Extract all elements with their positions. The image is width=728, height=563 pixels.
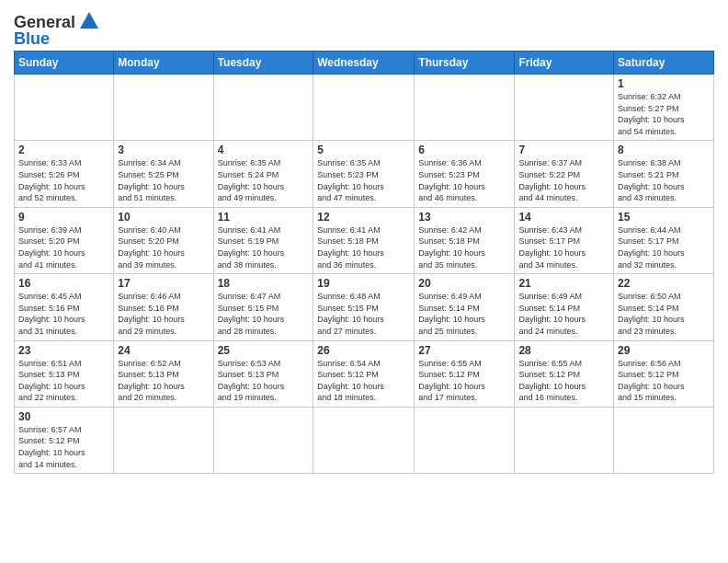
weekday-header-friday: Friday <box>515 52 614 75</box>
day-number: 19 <box>317 277 410 290</box>
day-number: 5 <box>317 144 410 156</box>
weekday-header-tuesday: Tuesday <box>213 52 313 75</box>
calendar-cell <box>415 75 515 141</box>
day-number: 27 <box>418 344 510 357</box>
calendar-cell: 18Sunrise: 6:47 AM Sunset: 5:15 PM Dayli… <box>213 274 313 340</box>
calendar-cell <box>213 407 313 473</box>
weekday-header-wednesday: Wednesday <box>313 52 415 75</box>
day-info: Sunrise: 6:44 AM Sunset: 5:17 PM Dayligh… <box>618 224 710 270</box>
calendar-cell: 11Sunrise: 6:41 AM Sunset: 5:19 PM Dayli… <box>213 207 313 273</box>
calendar-cell: 15Sunrise: 6:44 AM Sunset: 5:17 PM Dayli… <box>614 207 714 273</box>
calendar-cell: 21Sunrise: 6:49 AM Sunset: 5:14 PM Dayli… <box>515 274 614 340</box>
day-number: 20 <box>418 277 510 290</box>
day-info: Sunrise: 6:35 AM Sunset: 5:24 PM Dayligh… <box>218 157 310 203</box>
logo-triangle-icon <box>80 12 98 29</box>
calendar-cell <box>515 75 614 141</box>
day-number: 30 <box>18 410 109 423</box>
day-number: 12 <box>317 211 410 224</box>
logo-general-text: General <box>14 14 75 30</box>
day-info: Sunrise: 6:40 AM Sunset: 5:20 PM Dayligh… <box>118 224 209 270</box>
day-number: 26 <box>317 344 410 357</box>
day-number: 4 <box>218 144 310 156</box>
calendar-cell <box>515 407 614 473</box>
day-info: Sunrise: 6:47 AM Sunset: 5:15 PM Dayligh… <box>218 291 310 337</box>
day-number: 24 <box>118 344 209 357</box>
day-number: 2 <box>18 144 109 156</box>
day-info: Sunrise: 6:54 AM Sunset: 5:12 PM Dayligh… <box>317 358 410 404</box>
weekday-header-monday: Monday <box>114 52 213 75</box>
calendar-cell: 14Sunrise: 6:43 AM Sunset: 5:17 PM Dayli… <box>515 207 614 273</box>
calendar-cell: 27Sunrise: 6:55 AM Sunset: 5:12 PM Dayli… <box>415 340 515 407</box>
day-number: 21 <box>518 277 609 290</box>
week-row-3: 9Sunrise: 6:39 AM Sunset: 5:20 PM Daylig… <box>15 207 714 273</box>
calendar-cell: 23Sunrise: 6:51 AM Sunset: 5:13 PM Dayli… <box>15 340 114 407</box>
calendar-cell: 20Sunrise: 6:49 AM Sunset: 5:14 PM Dayli… <box>415 274 515 340</box>
day-info: Sunrise: 6:33 AM Sunset: 5:26 PM Dayligh… <box>18 157 109 203</box>
day-number: 28 <box>518 344 609 357</box>
calendar-cell <box>114 407 213 473</box>
calendar-cell: 7Sunrise: 6:37 AM Sunset: 5:22 PM Daylig… <box>515 141 614 207</box>
day-number: 3 <box>118 144 209 156</box>
day-info: Sunrise: 6:51 AM Sunset: 5:13 PM Dayligh… <box>18 358 109 404</box>
calendar-cell <box>415 407 515 473</box>
day-info: Sunrise: 6:41 AM Sunset: 5:18 PM Dayligh… <box>317 224 410 270</box>
day-info: Sunrise: 6:38 AM Sunset: 5:21 PM Dayligh… <box>618 157 710 203</box>
calendar-cell: 3Sunrise: 6:34 AM Sunset: 5:25 PM Daylig… <box>114 141 213 207</box>
day-info: Sunrise: 6:56 AM Sunset: 5:12 PM Dayligh… <box>618 358 710 404</box>
calendar-cell: 22Sunrise: 6:50 AM Sunset: 5:14 PM Dayli… <box>614 274 714 340</box>
calendar-cell: 29Sunrise: 6:56 AM Sunset: 5:12 PM Dayli… <box>614 340 714 407</box>
week-row-6: 30Sunrise: 6:57 AM Sunset: 5:12 PM Dayli… <box>15 407 714 473</box>
calendar-cell <box>614 407 714 473</box>
day-info: Sunrise: 6:37 AM Sunset: 5:22 PM Dayligh… <box>518 157 609 203</box>
week-row-5: 23Sunrise: 6:51 AM Sunset: 5:13 PM Dayli… <box>15 340 714 407</box>
day-number: 25 <box>218 344 310 357</box>
day-info: Sunrise: 6:45 AM Sunset: 5:16 PM Dayligh… <box>18 291 109 337</box>
calendar-cell <box>15 75 114 141</box>
logo-blue-text: Blue <box>14 30 50 47</box>
calendar-cell: 25Sunrise: 6:53 AM Sunset: 5:13 PM Dayli… <box>213 340 313 407</box>
day-number: 11 <box>218 211 310 224</box>
day-number: 7 <box>518 144 609 156</box>
weekday-header-row: SundayMondayTuesdayWednesdayThursdayFrid… <box>15 52 714 75</box>
calendar-cell: 12Sunrise: 6:41 AM Sunset: 5:18 PM Dayli… <box>313 207 415 273</box>
day-info: Sunrise: 6:43 AM Sunset: 5:17 PM Dayligh… <box>518 224 609 270</box>
day-info: Sunrise: 6:52 AM Sunset: 5:13 PM Dayligh… <box>118 358 209 404</box>
calendar-cell: 26Sunrise: 6:54 AM Sunset: 5:12 PM Dayli… <box>313 340 415 407</box>
calendar-cell: 2Sunrise: 6:33 AM Sunset: 5:26 PM Daylig… <box>15 141 114 207</box>
day-info: Sunrise: 6:41 AM Sunset: 5:19 PM Dayligh… <box>218 224 310 270</box>
day-info: Sunrise: 6:32 AM Sunset: 5:27 PM Dayligh… <box>618 91 710 137</box>
day-info: Sunrise: 6:46 AM Sunset: 5:16 PM Dayligh… <box>118 291 209 337</box>
calendar-cell: 1Sunrise: 6:32 AM Sunset: 5:27 PM Daylig… <box>614 75 714 141</box>
calendar-cell <box>313 75 415 141</box>
day-number: 22 <box>618 277 710 290</box>
header: General Blue <box>14 9 714 47</box>
day-number: 14 <box>518 211 609 224</box>
day-info: Sunrise: 6:49 AM Sunset: 5:14 PM Dayligh… <box>518 291 609 337</box>
day-number: 17 <box>118 277 209 290</box>
day-info: Sunrise: 6:53 AM Sunset: 5:13 PM Dayligh… <box>218 358 310 404</box>
day-info: Sunrise: 6:34 AM Sunset: 5:25 PM Dayligh… <box>118 157 209 203</box>
day-info: Sunrise: 6:50 AM Sunset: 5:14 PM Dayligh… <box>618 291 710 337</box>
day-number: 23 <box>18 344 109 357</box>
day-number: 29 <box>618 344 710 357</box>
day-number: 8 <box>618 144 710 156</box>
calendar-cell: 24Sunrise: 6:52 AM Sunset: 5:13 PM Dayli… <box>114 340 213 407</box>
day-info: Sunrise: 6:55 AM Sunset: 5:12 PM Dayligh… <box>518 358 609 404</box>
calendar-cell: 16Sunrise: 6:45 AM Sunset: 5:16 PM Dayli… <box>15 274 114 340</box>
calendar-cell: 13Sunrise: 6:42 AM Sunset: 5:18 PM Dayli… <box>415 207 515 273</box>
calendar-cell: 30Sunrise: 6:57 AM Sunset: 5:12 PM Dayli… <box>15 407 114 473</box>
calendar-cell <box>213 75 313 141</box>
day-info: Sunrise: 6:39 AM Sunset: 5:20 PM Dayligh… <box>18 224 109 270</box>
calendar-cell: 5Sunrise: 6:35 AM Sunset: 5:23 PM Daylig… <box>313 141 415 207</box>
calendar-cell: 17Sunrise: 6:46 AM Sunset: 5:16 PM Dayli… <box>114 274 213 340</box>
day-number: 1 <box>618 77 710 90</box>
calendar-cell: 10Sunrise: 6:40 AM Sunset: 5:20 PM Dayli… <box>114 207 213 273</box>
calendar-cell: 8Sunrise: 6:38 AM Sunset: 5:21 PM Daylig… <box>614 141 714 207</box>
day-number: 6 <box>418 144 510 156</box>
day-info: Sunrise: 6:49 AM Sunset: 5:14 PM Dayligh… <box>418 291 510 337</box>
calendar-table: SundayMondayTuesdayWednesdayThursdayFrid… <box>14 51 714 474</box>
calendar-cell: 4Sunrise: 6:35 AM Sunset: 5:24 PM Daylig… <box>213 141 313 207</box>
week-row-1: 1Sunrise: 6:32 AM Sunset: 5:27 PM Daylig… <box>15 75 714 141</box>
day-number: 16 <box>18 277 109 290</box>
weekday-header-thursday: Thursday <box>415 52 515 75</box>
